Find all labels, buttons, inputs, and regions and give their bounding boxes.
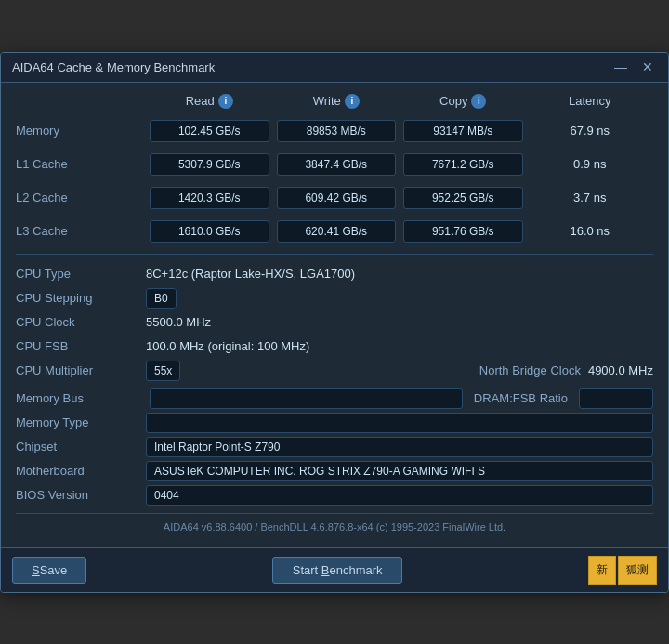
cpu-stepping-label: CPU Stepping: [16, 291, 146, 305]
chipset-row: Chipset Intel Raptor Point-S Z790: [16, 437, 653, 457]
window-title: AIDA64 Cache & Memory Benchmark: [12, 60, 215, 74]
button-bar: SSave Start Benchmark 新 狐测: [1, 547, 668, 592]
l2cache-row: L2 Cache 1420.3 GB/s 609.42 GB/s 952.25 …: [16, 187, 653, 209]
cpu-multiplier-row: CPU Multiplier 55x North Bridge Clock 49…: [16, 361, 653, 381]
memory-row: Memory 102.45 GB/s 89853 MB/s 93147 MB/s…: [16, 120, 653, 142]
motherboard-row: Motherboard ASUSTeK COMPUTER INC. ROG ST…: [16, 461, 653, 481]
memory-type-label: Memory Type: [16, 415, 146, 429]
cpu-type-row: CPU Type 8C+12c (Raptor Lake-HX/S, LGA17…: [16, 264, 653, 284]
memory-bus-label: Memory Bus: [16, 391, 146, 405]
memory-copy: 93147 MB/s: [403, 120, 523, 142]
memory-latency: 67.9 ns: [527, 124, 654, 138]
dram-fsb-value: [579, 388, 653, 409]
save-button[interactable]: SSave: [12, 557, 86, 584]
cpu-stepping-box: B0: [146, 288, 177, 309]
l3cache-copy: 951.76 GB/s: [403, 220, 523, 243]
memory-type-row: Memory Type: [16, 413, 653, 433]
copy-info-icon[interactable]: i: [471, 94, 486, 109]
l1cache-label: L1 Cache: [16, 157, 146, 171]
motherboard-label: Motherboard: [16, 464, 146, 478]
cpu-stepping-value: B0: [146, 291, 653, 305]
l3cache-read: 1610.0 GB/s: [150, 220, 269, 243]
main-window: AIDA64 Cache & Memory Benchmark — ✕ Read…: [0, 52, 669, 593]
l2cache-read: 1420.3 GB/s: [150, 187, 269, 209]
close-button[interactable]: ✕: [638, 60, 657, 73]
memory-write: 89853 MB/s: [277, 120, 397, 142]
l3cache-write: 620.41 GB/s: [277, 220, 397, 243]
fox-button[interactable]: 狐测: [618, 556, 657, 585]
cpu-fsb-value: 100.0 MHz (original: 100 MHz): [146, 339, 653, 353]
north-bridge-value: 4900.0 MHz: [588, 363, 653, 377]
l1cache-copy: 7671.2 GB/s: [403, 153, 523, 176]
cpu-type-label: CPU Type: [16, 267, 146, 281]
cpu-multiplier-label: CPU Multiplier: [16, 363, 146, 377]
write-info-icon[interactable]: i: [345, 94, 360, 109]
write-header: Write i: [273, 94, 400, 109]
start-benchmark-button[interactable]: Start Benchmark: [272, 557, 402, 584]
memory-bus-value: [150, 388, 463, 409]
cpu-multiplier-value: 55x: [146, 361, 180, 381]
bios-label: BIOS Version: [16, 488, 146, 502]
copy-header: Copy i: [400, 94, 527, 109]
l1cache-row: L1 Cache 5307.9 GB/s 3847.4 GB/s 7671.2 …: [16, 153, 653, 176]
right-buttons: 新 狐测: [588, 556, 657, 585]
bios-value: 0404: [146, 485, 653, 506]
north-bridge-label: North Bridge Clock: [479, 363, 581, 377]
read-info-icon[interactable]: i: [218, 94, 233, 109]
l1cache-latency: 0.9 ns: [527, 157, 654, 171]
titlebar: AIDA64 Cache & Memory Benchmark — ✕: [1, 53, 668, 83]
bios-row: BIOS Version 0404: [16, 485, 653, 506]
l3cache-label: L3 Cache: [16, 224, 146, 238]
l1cache-read: 5307.9 GB/s: [150, 153, 269, 176]
dram-fsb-label: DRAM:FSB Ratio: [466, 391, 575, 405]
read-header: Read i: [146, 94, 273, 109]
memory-label: Memory: [16, 124, 146, 138]
cpu-stepping-row: CPU Stepping B0: [16, 288, 653, 309]
chipset-value: Intel Raptor Point-S Z790: [146, 437, 653, 457]
column-headers: Read i Write i Copy i Latency: [16, 94, 653, 112]
footer-text: AIDA64 v6.88.6400 / BenchDLL 4.6.876.8-x…: [16, 513, 653, 536]
system-info-section: CPU Type 8C+12c (Raptor Lake-HX/S, LGA17…: [16, 254, 653, 506]
l1cache-write: 3847.4 GB/s: [277, 153, 397, 176]
cpu-clock-value: 5500.0 MHz: [146, 315, 653, 329]
minimize-button[interactable]: —: [610, 60, 631, 73]
l2cache-label: L2 Cache: [16, 191, 146, 204]
l3cache-latency: 16.0 ns: [527, 224, 654, 238]
motherboard-value: ASUSTeK COMPUTER INC. ROG STRIX Z790-A G…: [146, 461, 653, 481]
l2cache-latency: 3.7 ns: [527, 191, 654, 204]
l2cache-write: 609.42 GB/s: [277, 187, 397, 209]
latency-header: Latency: [527, 94, 654, 108]
l2cache-copy: 952.25 GB/s: [403, 187, 523, 209]
memory-read: 102.45 GB/s: [150, 120, 269, 142]
cpu-clock-label: CPU Clock: [16, 315, 146, 329]
l3cache-row: L3 Cache 1610.0 GB/s 620.41 GB/s 951.76 …: [16, 220, 653, 243]
new-icon-button[interactable]: 新: [588, 556, 616, 585]
cpu-fsb-label: CPU FSB: [16, 339, 146, 353]
chipset-label: Chipset: [16, 440, 146, 453]
memory-type-value: [146, 413, 653, 433]
cpu-clock-row: CPU Clock 5500.0 MHz: [16, 312, 653, 333]
cpu-type-value: 8C+12c (Raptor Lake-HX/S, LGA1700): [146, 267, 653, 281]
content-area: Read i Write i Copy i Latency Memory 102…: [1, 83, 668, 547]
window-controls: — ✕: [610, 60, 657, 73]
memory-bus-row: Memory Bus DRAM:FSB Ratio: [16, 388, 653, 409]
cpu-fsb-row: CPU FSB 100.0 MHz (original: 100 MHz): [16, 336, 653, 357]
